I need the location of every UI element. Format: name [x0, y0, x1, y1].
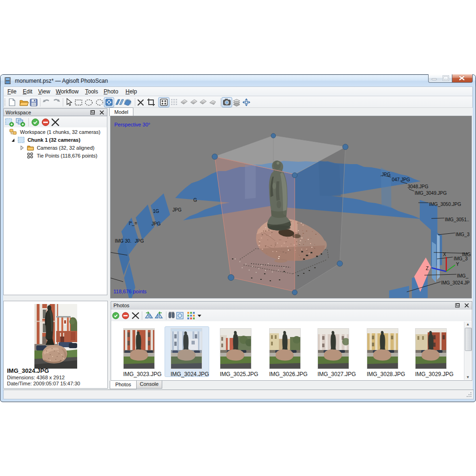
- svg-text:IMG_3051..: IMG_3051..: [445, 217, 469, 222]
- svg-text:047.JPG: 047.JPG: [392, 177, 410, 182]
- svg-text:118,676 points: 118,676 points: [113, 289, 147, 294]
- svg-text:1G: 1G: [153, 209, 159, 214]
- svg-text:.JPG: .JPG: [380, 172, 390, 177]
- svg-text:JPG: JPG: [172, 207, 182, 212]
- svg-text:JPG: JPG: [152, 221, 161, 226]
- svg-text:Z: Z: [426, 266, 429, 271]
- svg-text:IMG_3: IMG_3: [454, 256, 468, 261]
- svg-text:X: X: [443, 252, 446, 257]
- svg-text:I*_=: I*_=: [129, 221, 137, 226]
- svg-text:G: G: [193, 198, 197, 203]
- svg-text:JPG: JPG: [135, 238, 144, 244]
- svg-text:IMG_3050.JPG: IMG_3050.JPG: [429, 202, 461, 207]
- svg-text:IMG_3049.JPG: IMG_3049.JPG: [415, 191, 447, 196]
- svg-text:3048.JPG: 3048.JPG: [408, 184, 429, 189]
- svg-text:IMG_3: IMG_3: [456, 232, 469, 237]
- svg-text:IMG_: IMG_: [457, 273, 469, 278]
- svg-text:IMG_3024.JP: IMG_3024.JP: [441, 280, 469, 285]
- svg-text:IMG 30.: IMG 30.: [115, 238, 132, 244]
- svg-text:Perspective 30°: Perspective 30°: [114, 122, 150, 127]
- svg-text:Y: Y: [456, 262, 459, 267]
